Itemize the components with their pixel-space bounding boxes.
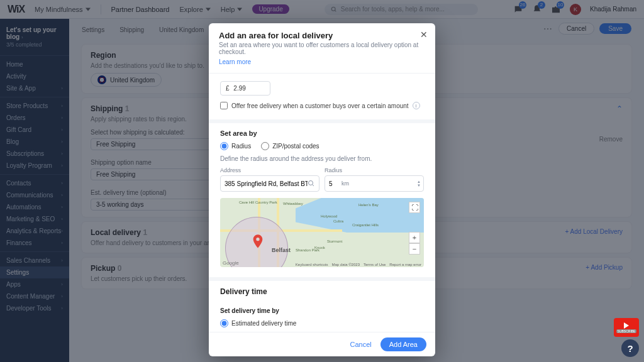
map-label: Whiteabbey	[283, 202, 303, 206]
play-icon	[624, 322, 629, 329]
map-label-belfast: Belfast	[272, 247, 291, 253]
radio-zip[interactable]: ZIP/postal codes	[261, 142, 319, 150]
map-credit: Map data ©2023	[332, 263, 360, 266]
info-icon[interactable]: i	[413, 102, 420, 109]
address-label: Address	[220, 167, 319, 173]
modal-body[interactable]: £ 2.99 Offer free delivery when a custom…	[209, 74, 435, 332]
step-down-icon[interactable]: ▼	[417, 184, 421, 187]
modal-cancel-button[interactable]: Cancel	[350, 341, 371, 348]
price-value: 2.99	[233, 85, 245, 92]
delivery-price-input[interactable]: £ 2.99	[220, 81, 270, 96]
radius-field[interactable]	[329, 180, 339, 187]
map-label: Holywood	[321, 214, 337, 218]
search-icon[interactable]	[308, 180, 315, 187]
free-over-checkbox[interactable]	[220, 102, 228, 109]
map-label: Knock	[314, 246, 325, 250]
google-logo: Google	[223, 260, 239, 266]
free-over-checkbox-row[interactable]: Offer free delivery when a customer buys…	[220, 102, 424, 109]
radio-radius[interactable]: Radius	[220, 142, 251, 150]
address-field[interactable]	[225, 180, 308, 187]
zoom-out-icon[interactable]: −	[409, 243, 420, 255]
add-local-delivery-modal: ✕ Add an area for local delivery Set an …	[209, 23, 435, 356]
learn-more-link[interactable]: Learn more	[219, 58, 251, 65]
modal-footer: Cancel Add Area	[209, 332, 435, 356]
youtube-subscribe-badge[interactable]: SUBSCRIBE	[614, 318, 639, 337]
zoom-in-icon[interactable]: +	[409, 232, 420, 243]
free-over-label: Offer free delivery when a customer buys…	[231, 102, 409, 109]
map-credit[interactable]: Report a map error	[389, 263, 421, 266]
define-radius-hint: Define the radius around the address you…	[220, 155, 424, 162]
map-label: Craigantlet Hills	[352, 223, 379, 227]
map-credit[interactable]: Keyboard shortcuts	[296, 263, 328, 266]
delivery-time-section: Delivery time Set delivery time by Estim…	[209, 281, 435, 332]
help-bubble[interactable]: ?	[621, 339, 639, 357]
svg-line-3	[313, 185, 314, 187]
delivery-time-heading: Delivery time	[220, 287, 424, 296]
radius-label: Radius	[325, 167, 424, 173]
map-label: Cultra	[333, 219, 343, 223]
map-label: Cave Hill Country Park	[239, 200, 277, 204]
modal-subtitle: Set an area where you want to offer cust…	[219, 41, 425, 55]
set-delivery-by-heading: Set delivery time by	[220, 307, 424, 314]
map-label: Helen's Bay	[358, 203, 379, 207]
map-credits: Keyboard shortcuts Map data ©2023 Terms …	[296, 263, 421, 266]
delivery-area-map[interactable]: Belfast Cave Hill Country Park Whiteabbe…	[220, 198, 424, 267]
radius-unit: km	[341, 180, 349, 187]
map-label: Stormont	[327, 239, 342, 243]
radius-input[interactable]: km ▲▼	[325, 175, 424, 192]
modal-title: Add an area for local delivery	[219, 31, 425, 40]
fullscreen-icon[interactable]: ⛶	[409, 202, 420, 213]
map-credit[interactable]: Terms of Use	[364, 263, 386, 266]
add-area-button[interactable]: Add Area	[380, 337, 426, 351]
radio-est-time[interactable]: Estimated delivery time	[220, 319, 296, 327]
radius-stepper[interactable]: ▲▼	[417, 180, 421, 187]
map-pin-icon	[253, 234, 263, 244]
set-area-section: Set area by Radius ZIP/postal codes Defi…	[209, 123, 435, 281]
subscribe-label: SUBSCRIBE	[616, 329, 637, 333]
set-area-heading: Set area by	[220, 129, 424, 137]
close-icon[interactable]: ✕	[420, 30, 428, 40]
modal-header: ✕ Add an area for local delivery Set an …	[209, 23, 435, 74]
svg-point-2	[309, 181, 313, 185]
currency-symbol: £	[226, 85, 230, 92]
address-input[interactable]	[220, 175, 319, 192]
